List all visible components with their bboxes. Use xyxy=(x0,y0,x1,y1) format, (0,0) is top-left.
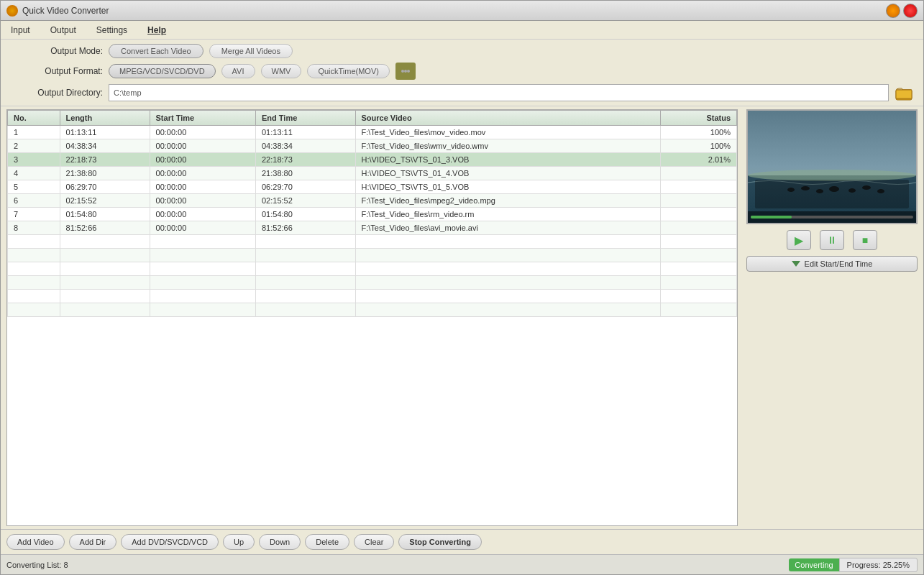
clear-button[interactable]: Clear xyxy=(354,534,394,550)
table-row[interactable]: 8 81:52:66 00:00:00 81:52:66 F:\Test_Vid… xyxy=(8,221,737,235)
col-status: Status xyxy=(661,111,737,126)
cell-length: 04:38:34 xyxy=(60,139,150,153)
cell-start: 00:00:00 xyxy=(150,221,255,235)
mode-merge-all[interactable]: Merge All Videos xyxy=(209,44,293,58)
video-table: No. Length Start Time End Time Source Vi… xyxy=(7,110,737,317)
cell-status xyxy=(661,180,737,194)
table-row-empty xyxy=(8,303,737,317)
move-down-button[interactable]: Down xyxy=(259,534,301,550)
menu-input[interactable]: Input xyxy=(6,24,35,37)
cell-status xyxy=(661,167,737,180)
progress-value: Progress: 25.25% xyxy=(839,558,918,572)
stop-converting-button[interactable]: Stop Converting xyxy=(398,534,482,550)
table-row-empty xyxy=(8,235,737,249)
pause-button[interactable]: ⏸ xyxy=(820,230,844,250)
edit-start-end-time-button[interactable]: Edit Start/End Time xyxy=(746,256,918,272)
title-bar-controls xyxy=(886,4,918,18)
cell-status xyxy=(661,194,737,208)
format-wmv[interactable]: WMV xyxy=(261,64,302,78)
cell-start: 00:00:00 xyxy=(150,126,255,139)
cell-length: 02:15:52 xyxy=(60,194,150,208)
cell-status xyxy=(661,221,737,235)
table-row[interactable]: 3 22:18:73 00:00:00 22:18:73 H:\VIDEO_TS… xyxy=(8,153,737,167)
status-bar: Converting List: 8 Converting Progress: … xyxy=(1,554,923,574)
col-source: Source Video xyxy=(355,111,661,126)
svg-point-0 xyxy=(401,70,404,73)
menu-output[interactable]: Output xyxy=(46,24,81,37)
cell-no: 7 xyxy=(8,208,60,221)
video-frame xyxy=(748,111,916,223)
cell-source: F:\Test_Video_files\mpeg2_video.mpg xyxy=(355,194,661,208)
cell-status: 100% xyxy=(661,139,737,153)
svg-point-11 xyxy=(829,186,839,192)
output-directory-input[interactable] xyxy=(109,84,889,101)
svg-rect-5 xyxy=(748,111,916,223)
menu-help[interactable]: Help xyxy=(143,24,170,37)
cell-source: F:\Test_Video_files\rm_video.rm xyxy=(355,208,661,221)
col-end-time: End Time xyxy=(255,111,355,126)
table-row[interactable]: 4 21:38:80 00:00:00 21:38:80 H:\VIDEO_TS… xyxy=(8,167,737,180)
browse-folder-icon[interactable] xyxy=(895,84,915,101)
cell-source: F:\Test_Video_files\mov_video.mov xyxy=(355,126,661,139)
cell-source: H:\VIDEO_TS\VTS_01_4.VOB xyxy=(355,167,661,180)
edit-time-label: Edit Start/End Time xyxy=(805,259,873,268)
output-directory-label: Output Directory: xyxy=(9,88,103,98)
progress-area: Converting Progress: 25.25% xyxy=(789,558,918,572)
add-dir-button[interactable]: Add Dir xyxy=(69,534,117,550)
cell-start: 00:00:00 xyxy=(150,153,255,167)
cell-status xyxy=(661,208,737,221)
table-row[interactable]: 7 01:54:80 00:00:00 01:54:80 F:\Test_Vid… xyxy=(8,208,737,221)
cell-status: 2.01% xyxy=(661,153,737,167)
cell-no: 3 xyxy=(8,153,60,167)
cell-source: F:\Test_Video_files\wmv_video.wmv xyxy=(355,139,661,153)
minimize-button[interactable] xyxy=(886,4,900,18)
cell-length: 22:18:73 xyxy=(60,153,150,167)
toolbar: Output Mode: Convert Each Video Merge Al… xyxy=(1,40,923,106)
video-progress-fill xyxy=(751,216,792,218)
move-up-button[interactable]: Up xyxy=(223,534,255,550)
table-row[interactable]: 5 06:29:70 00:00:00 06:29:70 H:\VIDEO_TS… xyxy=(8,180,737,194)
table-row[interactable]: 1 01:13:11 00:00:00 01:13:11 F:\Test_Vid… xyxy=(8,126,737,139)
col-length: Length xyxy=(60,111,150,126)
cell-end: 04:38:34 xyxy=(255,139,355,153)
output-format-row: Output Format: MPEG/VCD/SVCD/DVD AVI WMV… xyxy=(9,63,915,80)
cell-start: 00:00:00 xyxy=(150,167,255,180)
mode-convert-each[interactable]: Convert Each Video xyxy=(109,44,203,58)
add-video-button[interactable]: Add Video xyxy=(6,534,65,550)
cell-end: 01:54:80 xyxy=(255,208,355,221)
close-button[interactable] xyxy=(903,4,918,18)
play-button[interactable]: ▶ xyxy=(787,230,811,250)
file-table[interactable]: No. Length Start Time End Time Source Vi… xyxy=(6,109,738,526)
cell-no: 1 xyxy=(8,126,60,139)
cell-end: 01:13:11 xyxy=(255,126,355,139)
table-row-empty xyxy=(8,290,737,303)
col-start-time: Start Time xyxy=(150,111,255,126)
stop-button[interactable]: ■ xyxy=(853,230,877,250)
cell-no: 2 xyxy=(8,139,60,153)
preview-section: ▶ ⏸ ■ Edit Start/End Time xyxy=(744,106,923,529)
cell-no: 6 xyxy=(8,194,60,208)
format-quicktime[interactable]: QuickTime(MOV) xyxy=(307,64,390,78)
format-mpeg[interactable]: MPEG/VCD/SVCD/DVD xyxy=(109,64,216,78)
menu-settings[interactable]: Settings xyxy=(92,24,132,37)
cell-length: 21:38:80 xyxy=(60,167,150,180)
svg-point-7 xyxy=(748,170,916,181)
cell-end: 81:52:66 xyxy=(255,221,355,235)
add-dvd-button[interactable]: Add DVD/SVCD/VCD xyxy=(121,534,219,550)
main-content: No. Length Start Time End Time Source Vi… xyxy=(1,106,923,529)
output-format-label: Output Format: xyxy=(9,66,103,76)
cell-length: 01:13:11 xyxy=(60,126,150,139)
svg-point-13 xyxy=(862,185,871,190)
title-bar-left: Quick Video Converter xyxy=(6,5,109,17)
format-more-icon[interactable] xyxy=(395,63,416,80)
cell-length: 06:29:70 xyxy=(60,180,150,194)
delete-button[interactable]: Delete xyxy=(305,534,349,550)
table-row[interactable]: 6 02:15:52 00:00:00 02:15:52 F:\Test_Vid… xyxy=(8,194,737,208)
format-avi[interactable]: AVI xyxy=(221,64,255,78)
cell-length: 01:54:80 xyxy=(60,208,150,221)
svg-rect-4 xyxy=(896,90,912,98)
output-mode-row: Output Mode: Convert Each Video Merge Al… xyxy=(9,44,915,58)
table-row[interactable]: 2 04:38:34 00:00:00 04:38:34 F:\Test_Vid… xyxy=(8,139,737,153)
cell-end: 02:15:52 xyxy=(255,194,355,208)
menu-bar: Input Output Settings Help xyxy=(1,21,923,40)
